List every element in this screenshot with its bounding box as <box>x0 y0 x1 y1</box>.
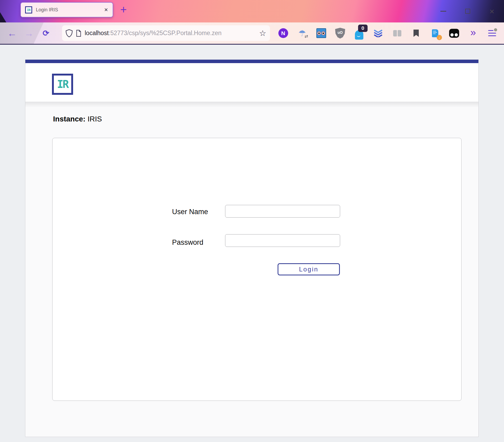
maximize-icon <box>465 9 470 14</box>
url-host: localhost <box>85 30 109 36</box>
umbrella-icon: ☂⇄ <box>298 29 306 37</box>
login-form: User Name Password Login <box>52 138 462 401</box>
url-path: :52773/csp/sys/%25CSP.Portal.Home.zen <box>109 30 222 36</box>
googly-eyes-icon <box>316 28 326 38</box>
forward-button[interactable]: → <box>21 25 37 41</box>
new-tab-button[interactable]: + <box>118 3 129 16</box>
bookmark-star-icon[interactable]: ☆ <box>259 29 266 37</box>
menu-notification-dot <box>494 28 497 31</box>
save-page-extension-button[interactable]: ↓ <box>426 22 445 44</box>
userscript-extension-button[interactable] <box>445 22 464 44</box>
black-mask-icon <box>449 29 459 38</box>
login-page: IR Instance: IRIS User Name Password Log… <box>25 59 479 437</box>
page-header <box>25 63 478 102</box>
window-controls: × <box>431 0 504 22</box>
ghostery-badge: 0 <box>358 25 368 32</box>
reload-icon: ⟳ <box>42 29 49 38</box>
download-badge-icon: ↓ <box>437 35 442 40</box>
reload-button[interactable]: ⟳ <box>37 25 54 41</box>
toolbar-overflow-button[interactable]: » <box>464 22 483 44</box>
instance-value: IRIS <box>88 115 102 123</box>
minimize-button[interactable] <box>431 0 455 22</box>
url-bar[interactable]: localhost:52773/csp/sys/%25CSP.Portal.Ho… <box>62 25 270 41</box>
navigation-bar: ← → ⟳ localhost:52773/csp/sys/%25CSP.Por… <box>0 22 504 45</box>
instance-label: Instance: <box>53 115 85 123</box>
page-info-icon[interactable] <box>76 30 81 37</box>
theme-wedge-decoration <box>0 10 18 22</box>
tracking-shield-icon[interactable] <box>66 29 73 37</box>
ublock-shield-icon: uO <box>335 28 345 39</box>
password-manager-extension-button[interactable]: N <box>274 22 293 44</box>
iris-logo: IR <box>52 74 73 95</box>
open-book-icon <box>393 30 401 36</box>
titlebar: IR Login IRIS × + × <box>0 0 504 22</box>
username-input[interactable] <box>225 205 340 218</box>
extension-toolbar: N ☂⇄ uO 0 <box>274 22 502 44</box>
proxy-extension-button[interactable]: ☂⇄ <box>293 22 312 44</box>
maximize-button[interactable] <box>455 0 480 22</box>
instance-line: Instance: IRIS <box>53 115 478 123</box>
back-button[interactable]: ← <box>4 25 21 41</box>
password-manager-icon: N <box>278 28 288 38</box>
username-label: User Name <box>172 208 208 216</box>
close-button[interactable]: × <box>480 0 504 22</box>
hamburger-menu-icon <box>488 30 496 36</box>
reader-view-button[interactable] <box>388 22 407 44</box>
bookmark-flag-icon: ☆ <box>413 30 419 37</box>
tab-title: Login IRIS <box>36 7 104 13</box>
ublock-extension-button[interactable]: uO <box>331 22 350 44</box>
tab-close-icon[interactable]: × <box>104 7 108 13</box>
header-divider <box>25 102 478 107</box>
iris-logo-text: IR <box>57 78 68 90</box>
browser-tab[interactable]: IR Login IRIS × <box>20 2 113 17</box>
chevrons-extension-button[interactable] <box>369 22 388 44</box>
bookmark-manager-button[interactable]: ☆ <box>407 22 426 44</box>
ghostery-extension-button[interactable]: 0 <box>350 22 369 44</box>
minimize-icon <box>440 11 446 12</box>
close-icon: × <box>489 7 495 16</box>
double-chevron-icon: » <box>470 27 476 39</box>
url-text[interactable]: localhost:52773/csp/sys/%25CSP.Portal.Ho… <box>85 30 256 37</box>
password-input[interactable] <box>225 234 340 247</box>
top-accent-bar <box>25 60 478 63</box>
triple-chevron-icon <box>373 29 383 37</box>
googly-eyes-extension-button[interactable] <box>312 22 331 44</box>
app-menu-button[interactable] <box>483 22 502 44</box>
flag-star-icon: ☆ <box>421 33 425 39</box>
password-label: Password <box>172 238 203 247</box>
sync-arrows-icon: ⇄ <box>305 34 308 39</box>
page-viewport: IR Instance: IRIS User Name Password Log… <box>0 45 504 442</box>
login-button[interactable]: Login <box>278 263 340 275</box>
browser-window: IR Login IRIS × + × ← → ⟳ loca <box>0 0 504 442</box>
tab-favicon-icon: IR <box>25 6 32 13</box>
